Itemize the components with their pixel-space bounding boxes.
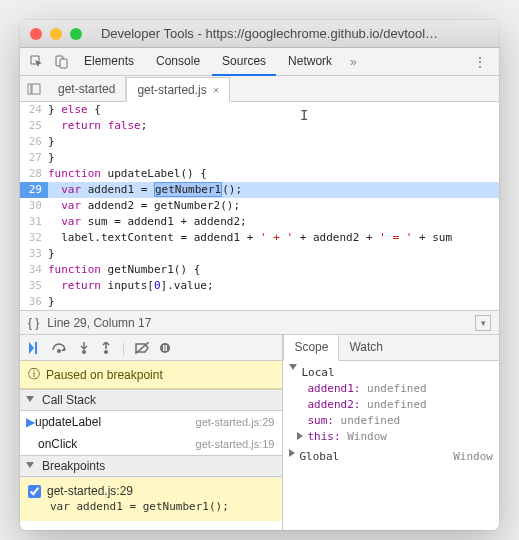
debugger-right: ScopeWatch Local addend1: undefinedadden… [283, 335, 499, 530]
code-editor[interactable]: I 24} else {25 return false;26}27}28func… [20, 102, 499, 310]
disclosure-down-icon[interactable] [289, 364, 297, 370]
code-line[interactable]: 34function getNumber1() { [20, 262, 499, 278]
scope-tab-scope[interactable]: Scope [283, 334, 339, 361]
code-text: } [48, 150, 499, 166]
pause-exceptions-icon[interactable] [159, 342, 171, 354]
main-tab-elements[interactable]: Elements [74, 48, 144, 75]
scope-variable[interactable]: this: Window [289, 429, 493, 445]
file-tab-bar: get-startedget-started.js× [20, 76, 499, 102]
cursor-position: Line 29, Column 17 [47, 316, 151, 330]
step-into-icon[interactable] [78, 342, 90, 354]
scope-variable[interactable]: addend1: undefined [289, 381, 493, 397]
stack-frame[interactable]: onClickget-started.js:19 [20, 433, 282, 455]
gutter-line-number[interactable]: 34 [20, 262, 48, 278]
stack-frame-loc: get-started.js:29 [196, 416, 275, 428]
scope-local-label: Local [301, 365, 493, 381]
gutter-line-number[interactable]: 24 [20, 102, 48, 118]
menu-icon[interactable]: ⋮ [467, 54, 493, 70]
svg-rect-4 [35, 342, 37, 354]
scope-global-value: Window [453, 449, 493, 465]
code-text: return false; [48, 118, 499, 134]
minimize-icon[interactable] [50, 28, 62, 40]
navigator-icon[interactable] [20, 83, 48, 95]
scope-var-name: sum: [307, 414, 340, 427]
close-icon[interactable] [30, 28, 42, 40]
scope-variable[interactable]: sum: undefined [289, 413, 493, 429]
step-out-icon[interactable] [100, 342, 112, 354]
scope-variable[interactable]: addend2: undefined [289, 397, 493, 413]
code-line[interactable]: 32 label.textContent = addend1 + ' + ' +… [20, 230, 499, 246]
stack-frame[interactable]: ▶ updateLabelget-started.js:29 [20, 411, 282, 433]
code-line[interactable]: 29 var addend1 = getNumber1(); [20, 182, 499, 198]
breakpoints-header[interactable]: Breakpoints [20, 455, 282, 477]
breakpoint-checkbox[interactable] [28, 485, 41, 498]
gutter-line-number[interactable]: 30 [20, 198, 48, 214]
gutter-line-number[interactable]: 28 [20, 166, 48, 182]
step-over-icon[interactable] [52, 342, 68, 354]
code-text: function getNumber1() { [48, 262, 499, 278]
code-text: } [48, 246, 499, 262]
gutter-line-number[interactable]: 36 [20, 294, 48, 310]
stack-frame-fn: onClick [38, 437, 196, 451]
code-line[interactable]: 26} [20, 134, 499, 150]
code-text: return inputs[0].value; [48, 278, 499, 294]
gutter-line-number[interactable]: 32 [20, 230, 48, 246]
code-line[interactable]: 35 return inputs[0].value; [20, 278, 499, 294]
deactivate-breakpoints-icon[interactable] [135, 342, 149, 354]
breakpoint-item[interactable]: get-started.js:29var addend1 = getNumber… [20, 477, 282, 521]
window-title: Developer Tools - https://googlechrome.g… [90, 26, 489, 41]
scope-tab-bar: ScopeWatch [283, 335, 499, 361]
main-tab-sources[interactable]: Sources [212, 48, 276, 76]
code-line[interactable]: 31 var sum = addend1 + addend2; [20, 214, 499, 230]
svg-point-6 [82, 350, 86, 354]
code-line[interactable]: 36} [20, 294, 499, 310]
close-icon[interactable]: × [213, 84, 219, 96]
svg-rect-10 [163, 345, 165, 351]
code-line[interactable]: 25 return false; [20, 118, 499, 134]
gutter-line-number[interactable]: 31 [20, 214, 48, 230]
debugger-left: | ⓘ Paused on breakpoint Call Stack ▶ up… [20, 335, 283, 530]
collapse-icon[interactable]: ▾ [475, 315, 491, 331]
traffic-lights [30, 28, 82, 40]
code-line[interactable]: 33} [20, 246, 499, 262]
gutter-line-number[interactable]: 25 [20, 118, 48, 134]
scope-var-name: this: [307, 430, 347, 443]
gutter-line-number[interactable]: 29 [20, 182, 48, 198]
disclosure-right-icon[interactable] [289, 449, 295, 457]
resume-icon[interactable] [28, 342, 42, 354]
main-tab-network[interactable]: Network [278, 48, 342, 75]
gutter-line-number[interactable]: 27 [20, 150, 48, 166]
gutter-line-number[interactable]: 26 [20, 134, 48, 150]
device-icon[interactable] [50, 55, 72, 69]
pretty-print-icon[interactable]: { } [28, 316, 39, 330]
file-tab[interactable]: get-started [48, 76, 126, 102]
code-line[interactable]: 24} else { [20, 102, 499, 118]
debugger-toolbar: | [20, 335, 282, 361]
call-stack-header[interactable]: Call Stack [20, 389, 282, 411]
overflow-icon[interactable]: » [344, 55, 363, 69]
code-line[interactable]: 27} [20, 150, 499, 166]
file-tab-label: get-started.js [137, 83, 206, 97]
disclosure-down-icon [26, 462, 34, 468]
stack-frame-fn: updateLabel [35, 415, 196, 429]
scope-tab-watch[interactable]: Watch [339, 335, 393, 360]
scope-var-name: addend2: [307, 398, 367, 411]
svg-point-7 [104, 350, 108, 354]
main-tab-console[interactable]: Console [146, 48, 210, 75]
disclosure-right-icon [297, 432, 303, 440]
file-tab[interactable]: get-started.js× [126, 77, 230, 103]
titlebar: Developer Tools - https://googlechrome.g… [20, 20, 499, 48]
code-text: label.textContent = addend1 + ' + ' + ad… [48, 230, 499, 246]
main-tab-bar: ElementsConsoleSourcesNetwork » ⋮ [20, 48, 499, 76]
zoom-icon[interactable] [70, 28, 82, 40]
svg-rect-1 [60, 59, 67, 68]
paused-banner: ⓘ Paused on breakpoint [20, 361, 282, 389]
code-line[interactable]: 30 var addend2 = getNumber2(); [20, 198, 499, 214]
gutter-line-number[interactable]: 35 [20, 278, 48, 294]
svg-rect-3 [32, 84, 40, 94]
gutter-line-number[interactable]: 33 [20, 246, 48, 262]
inspect-icon[interactable] [26, 55, 48, 69]
code-text: function updateLabel() { [48, 166, 499, 182]
code-line[interactable]: 28function updateLabel() { [20, 166, 499, 182]
scope-global-label: Global [299, 449, 453, 465]
